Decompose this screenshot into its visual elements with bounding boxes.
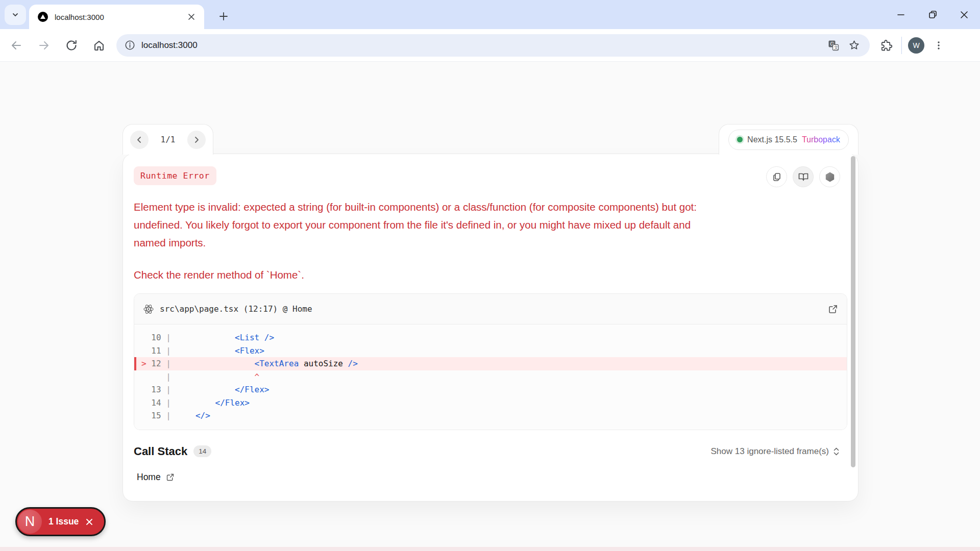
dialog-tabs-row: 1/1 Next.js 15.5.5 Turbopack — [122, 124, 859, 154]
dialog-header: Runtime Error — [134, 166, 847, 187]
toolbar-right: W — [875, 35, 953, 56]
next-error-button[interactable] — [187, 131, 206, 149]
back-button[interactable] — [5, 34, 28, 57]
browser-menu-button[interactable] — [928, 35, 949, 56]
nextjs-version-pill[interactable]: Next.js 15.5.5 Turbopack — [728, 130, 849, 150]
code-line: 15 | </> — [134, 409, 847, 422]
address-bar[interactable]: localhost:3000 G文 — [116, 34, 870, 57]
dialog-actions — [766, 166, 840, 187]
code-line: 13 | </Flex> — [134, 383, 847, 396]
runtime-error-badge: Runtime Error — [134, 166, 216, 185]
previous-error-button[interactable] — [130, 131, 149, 149]
page-behind-strip — [0, 547, 980, 551]
source-location[interactable]: src\app\page.tsx (12:17) @ Home — [160, 304, 822, 314]
home-button[interactable] — [88, 34, 110, 57]
docs-button[interactable] — [793, 166, 814, 187]
nextjs-favicon-icon — [37, 11, 48, 22]
nodejs-button[interactable] — [819, 166, 840, 187]
show-ignored-frames-button[interactable]: Show 13 ignore-listed frame(s) — [711, 446, 840, 457]
new-tab-button[interactable] — [215, 8, 232, 25]
error-message-secondary: Check the render method of `Home`. — [134, 269, 847, 281]
code-frame-header: src\app\page.tsx (12:17) @ Home — [134, 294, 847, 324]
error-pagination: 1/1 — [122, 124, 213, 155]
nextjs-version-label: Next.js 15.5.5 — [747, 135, 797, 144]
version-tab: Next.js 15.5.5 Turbopack — [719, 124, 859, 155]
browser-tabstrip: localhost:3000 — [0, 0, 980, 29]
dialog-body: Runtime Error Element type is invalid: e… — [122, 154, 859, 502]
browser-toolbar: localhost:3000 G文 W — [0, 29, 980, 62]
indicator-close-icon[interactable] — [85, 518, 93, 526]
svg-text:文: 文 — [834, 45, 839, 50]
turbopack-label: Turbopack — [802, 135, 840, 144]
nextjs-logo-icon: N — [18, 510, 42, 534]
chevron-down-icon — [11, 11, 19, 19]
site-info-icon[interactable] — [125, 40, 135, 51]
tab-title: localhost:3000 — [55, 13, 185, 21]
window-minimize-button[interactable] — [885, 0, 917, 29]
code-lines: 10 | <List /> 11 | <Flex>> 12 | <TextAre… — [134, 324, 847, 430]
copy-error-button[interactable] — [766, 166, 787, 187]
error-overlay-dialog: 1/1 Next.js 15.5.5 Turbopack Runtime Err… — [122, 124, 859, 502]
bookmark-star-icon[interactable] — [845, 37, 863, 54]
code-line: 10 | <List /> — [134, 331, 847, 344]
toolbar-divider — [901, 37, 902, 54]
window-controls — [885, 0, 980, 29]
callstack-title: Call Stack — [134, 445, 187, 458]
error-message: Element type is invalid: expected a stri… — [134, 198, 708, 252]
callstack-count-badge: 14 — [193, 445, 211, 457]
issues-indicator[interactable]: N 1 Issue — [15, 507, 106, 536]
tab-close-button[interactable] — [185, 10, 198, 23]
window-restore-button[interactable] — [917, 0, 948, 29]
code-line: 11 | <Flex> — [134, 344, 847, 358]
tab-search-button[interactable] — [5, 5, 26, 25]
status-dot-icon — [737, 137, 743, 142]
error-count: 1/1 — [161, 135, 176, 144]
code-line: | ^ — [134, 370, 847, 384]
url-text[interactable]: localhost:3000 — [141, 40, 822, 51]
show-ignored-frames-label: Show 13 ignore-listed frame(s) — [711, 446, 829, 457]
forward-button[interactable] — [33, 34, 55, 57]
open-in-editor-icon[interactable] — [828, 304, 838, 314]
callstack-header: Call Stack 14 Show 13 ignore-listed fram… — [134, 445, 847, 458]
issues-count-label: 1 Issue — [48, 516, 79, 527]
browser-tab[interactable]: localhost:3000 — [29, 5, 204, 29]
sort-chevrons-icon — [832, 447, 840, 456]
page-content: 1/1 Next.js 15.5.5 Turbopack Runtime Err… — [0, 62, 980, 551]
code-line: > 12 | <TextArea autoSize /> — [134, 357, 847, 370]
code-frame: src\app\page.tsx (12:17) @ Home 10 | <Li… — [134, 293, 847, 430]
window-close-button[interactable] — [948, 0, 980, 29]
code-line: 14 | </Flex> — [134, 396, 847, 410]
reload-button[interactable] — [60, 34, 83, 57]
react-icon — [143, 304, 154, 315]
dialog-scrollbar[interactable] — [851, 156, 855, 467]
translate-icon[interactable]: G文 — [825, 37, 842, 54]
frame-name: Home — [137, 472, 161, 483]
external-link-icon[interactable] — [166, 473, 175, 482]
callstack-frame[interactable]: Home — [134, 472, 847, 483]
extensions-icon[interactable] — [878, 37, 895, 54]
profile-avatar[interactable]: W — [908, 37, 924, 54]
